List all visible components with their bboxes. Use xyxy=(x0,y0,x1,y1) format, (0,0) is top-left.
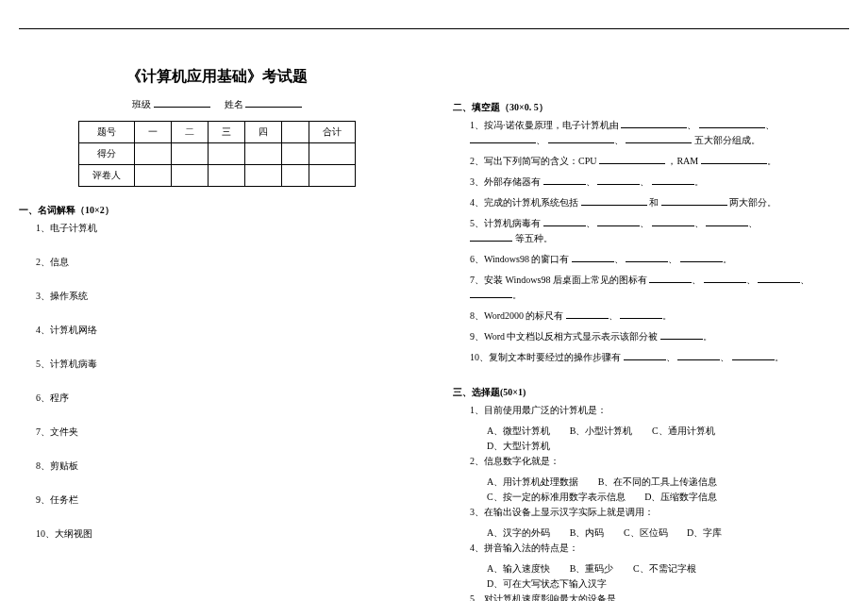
name-blank xyxy=(245,98,302,108)
s1-q1: 1、电子计算机 xyxy=(36,221,415,236)
s2-q9: 9、Word 中文档以反相方式显示表示该部分被 。 xyxy=(470,329,849,344)
th-blank xyxy=(282,122,309,143)
s3-q4: 4、拼音输入法的特点是： xyxy=(470,541,849,556)
left-column: 《计算机应用基础》考试题 班级 姓名 题号 一 二 三 四 合计 得分 xyxy=(19,67,415,601)
th-3: 三 xyxy=(209,122,245,143)
th-2: 二 xyxy=(172,122,209,143)
s1-q8: 8、剪贴板 xyxy=(36,459,415,474)
th-1: 一 xyxy=(135,122,172,143)
s3-q3-opts: A、汉字的外码 B、内码 C、区位码 D、字库 xyxy=(487,526,849,541)
s2-q4: 4、完成的计算机系统包括 和 两大部分。 xyxy=(470,195,849,210)
s2-q8: 8、Word2000 的标尺有 、 。 xyxy=(470,309,849,324)
s3-q3: 3、在输出设备上显示汉字实际上就是调用： xyxy=(470,505,849,520)
s1-q10: 10、大纲视图 xyxy=(36,526,415,542)
s2-q3: 3、外部存储器有 、 、 。 xyxy=(470,175,849,190)
s3-q4-opts: A、输入速度快 B、重码少 C、不需记字根 D、可在大写状态下输入汉字 xyxy=(487,561,849,592)
exam-title: 《计算机应用基础》考试题 xyxy=(19,67,415,87)
s2-q2: 2、写出下列简写的含义：CPU ，RAM 。 xyxy=(470,154,849,169)
score-row: 得分 xyxy=(79,143,356,165)
two-column-layout: 《计算机应用基础》考试题 班级 姓名 题号 一 二 三 四 合计 得分 xyxy=(19,67,849,601)
class-label: 班级 xyxy=(132,99,151,109)
s1-q5: 5、计算机病毒 xyxy=(36,357,415,372)
score-table: 题号 一 二 三 四 合计 得分 评卷人 xyxy=(78,121,356,187)
top-rule xyxy=(19,28,849,29)
right-column: 二、填空题（30×0. 5） 1、按冯·诺依曼原理，电子计算机由 、 、 、 、… xyxy=(453,67,849,601)
s1-q6: 6、程序 xyxy=(36,391,415,406)
th-4: 四 xyxy=(245,122,282,143)
class-blank xyxy=(154,98,210,108)
s2-q6: 6、Windows98 的窗口有 、 、 。 xyxy=(470,252,849,267)
s2-q7: 7、安装 Windows98 后桌面上常见的图标有 、 、 、 。 xyxy=(470,273,849,303)
s2-q1: 1、按冯·诺依曼原理，电子计算机由 、 、 、 、 五大部分组成。 xyxy=(470,118,849,148)
section1-heading: 一、名词解释（10×2） xyxy=(19,204,415,217)
s1-q2: 2、信息 xyxy=(36,255,415,270)
row-score-label: 得分 xyxy=(79,143,135,165)
s3-q2: 2、信息数字化就是： xyxy=(470,454,849,469)
s1-q4: 4、计算机网络 xyxy=(36,323,415,338)
s1-q3: 3、操作系统 xyxy=(36,289,415,304)
grader-row: 评卷人 xyxy=(79,165,356,187)
th-total: 合计 xyxy=(309,122,356,143)
student-info-line: 班级 姓名 xyxy=(19,98,415,111)
s1-q9: 9、任务栏 xyxy=(36,492,415,508)
s1-q7: 7、文件夹 xyxy=(36,425,415,440)
s2-q10: 10、复制文本时要经过的操作步骤有 、 、 。 xyxy=(470,350,849,365)
th-label: 题号 xyxy=(79,122,135,143)
s3-q2-opts: A、用计算机处理数据 B、在不同的工具上传递信息 C、按一定的标准用数字表示信息… xyxy=(487,475,849,505)
name-label: 姓名 xyxy=(225,99,243,109)
section3-heading: 三、选择题(50×1) xyxy=(453,386,849,399)
score-header-row: 题号 一 二 三 四 合计 xyxy=(79,122,356,143)
s2-q5: 5、计算机病毒有 、 、 、 、 等五种。 xyxy=(470,216,849,246)
section2-heading: 二、填空题（30×0. 5） xyxy=(453,101,849,114)
s3-q1-opts: A、微型计算机 B、小型计算机 C、通用计算机 D、大型计算机 xyxy=(487,424,849,454)
s3-q5: 5、对计算机速度影响最大的设备是 xyxy=(470,592,849,601)
row-grader-label: 评卷人 xyxy=(79,165,135,187)
s3-q1: 1、目前使用最广泛的计算机是： xyxy=(470,403,849,418)
